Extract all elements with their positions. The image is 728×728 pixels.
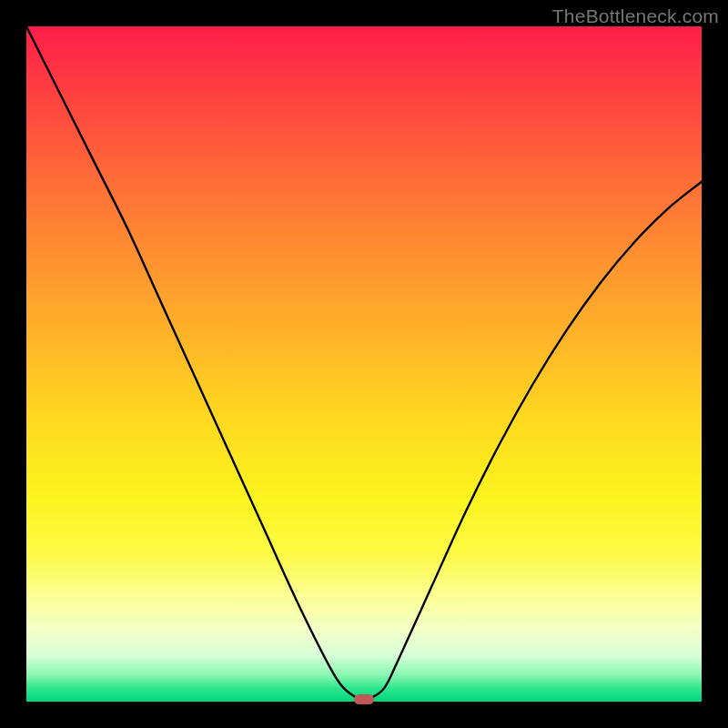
optimal-point-marker (354, 694, 374, 704)
bottleneck-curve (26, 26, 702, 702)
chart-frame: TheBottleneck.com (0, 0, 728, 728)
plot-area (26, 26, 702, 702)
watermark-text: TheBottleneck.com (552, 5, 719, 27)
curve-svg (26, 26, 702, 702)
